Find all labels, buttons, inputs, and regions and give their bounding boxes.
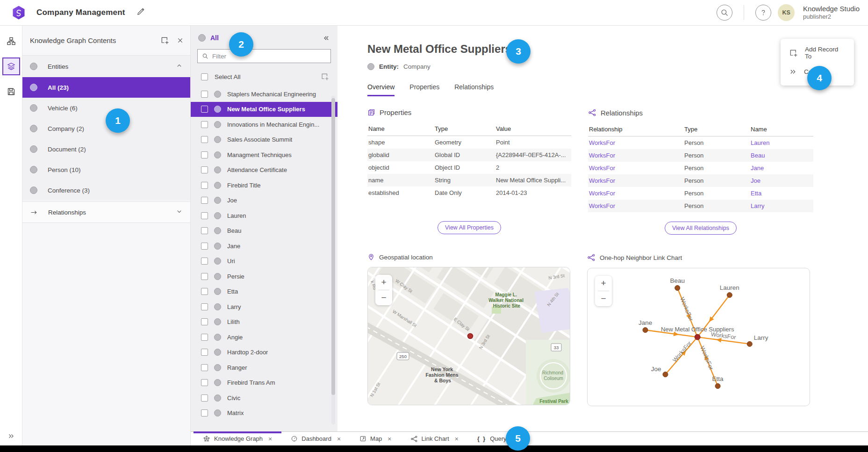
list-item[interactable]: Lauren bbox=[191, 208, 337, 223]
view-tab-knowledge-graph[interactable]: Knowledge Graph× bbox=[194, 432, 281, 445]
tab-overview[interactable]: Overview bbox=[367, 83, 395, 96]
list-item[interactable]: Larry bbox=[191, 299, 337, 315]
record-link[interactable]: WorksFor bbox=[588, 200, 683, 212]
add-record-icon[interactable] bbox=[160, 36, 169, 45]
entity-type-row[interactable]: Person (10) bbox=[22, 159, 190, 180]
item-checkbox[interactable] bbox=[201, 395, 208, 402]
item-checkbox[interactable] bbox=[201, 334, 208, 341]
view-tab-map[interactable]: Map× bbox=[350, 432, 401, 445]
help-button[interactable] bbox=[755, 5, 771, 21]
view-all-relationships-button[interactable]: View All Relationships bbox=[665, 222, 737, 235]
view-tab-dashboard[interactable]: Dashboard× bbox=[281, 432, 350, 445]
view-tab-link-chart[interactable]: Link Chart× bbox=[401, 432, 468, 445]
graph-node[interactable] bbox=[663, 372, 668, 377]
record-link[interactable]: Larry bbox=[750, 200, 813, 212]
list-item[interactable]: Lilith bbox=[191, 315, 337, 330]
chevron-up-icon[interactable] bbox=[176, 62, 183, 71]
table-row[interactable]: WorksForPersonJoe bbox=[588, 174, 813, 187]
item-checkbox[interactable] bbox=[201, 303, 208, 310]
table-row[interactable]: objectidObject ID2 bbox=[367, 161, 571, 174]
item-checkbox[interactable] bbox=[201, 288, 208, 295]
list-item[interactable]: Angie bbox=[191, 330, 337, 345]
item-checkbox[interactable] bbox=[201, 197, 208, 204]
item-checkbox[interactable] bbox=[201, 379, 208, 386]
entity-type-row[interactable]: Document (2) bbox=[22, 139, 190, 159]
table-row[interactable]: establishedDate Only2014-01-23 bbox=[367, 187, 571, 199]
map-card[interactable]: + − bbox=[367, 267, 570, 405]
item-checkbox[interactable] bbox=[201, 91, 208, 98]
item-checkbox[interactable] bbox=[201, 364, 208, 371]
avatar[interactable]: KS bbox=[778, 4, 795, 21]
record-link[interactable]: WorksFor bbox=[588, 162, 683, 174]
entity-type-row[interactable]: All (23) bbox=[22, 77, 190, 98]
search-button[interactable] bbox=[717, 5, 732, 21]
graph-node[interactable] bbox=[715, 383, 720, 388]
record-link[interactable]: Joe bbox=[750, 174, 813, 187]
item-checkbox[interactable] bbox=[201, 227, 208, 234]
add-record-icon[interactable] bbox=[321, 72, 329, 81]
list-item[interactable]: New Metal Office Suppliers bbox=[191, 102, 337, 117]
close-tab-icon[interactable]: × bbox=[387, 435, 391, 443]
zoom-out-button[interactable]: − bbox=[595, 291, 612, 306]
record-link[interactable]: WorksFor bbox=[588, 149, 683, 162]
tab-relationships[interactable]: Relationships bbox=[454, 83, 494, 96]
table-row[interactable]: WorksForPersonLarry bbox=[588, 200, 813, 212]
record-link[interactable]: Beau bbox=[750, 149, 813, 162]
graph-node[interactable] bbox=[727, 293, 732, 298]
list-item[interactable]: Managment Techniques bbox=[191, 147, 337, 163]
list-item[interactable]: Etta bbox=[191, 284, 337, 300]
list-item[interactable]: Staplers Mechanical Engineering bbox=[191, 86, 337, 102]
list-item[interactable]: Matrix bbox=[191, 406, 337, 421]
filter-input[interactable] bbox=[212, 53, 320, 60]
graph-node[interactable] bbox=[747, 341, 752, 346]
item-checkbox[interactable] bbox=[201, 318, 208, 325]
graph-node[interactable] bbox=[675, 286, 680, 291]
item-checkbox[interactable] bbox=[201, 243, 208, 250]
scrollbar-track[interactable] bbox=[331, 96, 335, 424]
entity-type-row[interactable]: Conference (3) bbox=[22, 180, 190, 201]
close-tab-icon[interactable]: × bbox=[337, 435, 341, 443]
user-block[interactable]: Knowledge Studio publisher2 bbox=[803, 5, 860, 21]
item-checkbox[interactable] bbox=[201, 409, 208, 416]
close-tab-icon[interactable]: × bbox=[268, 435, 272, 443]
table-row[interactable]: WorksForPersonEtta bbox=[588, 187, 813, 200]
list-item[interactable]: Innovations in Mechanical Engin... bbox=[191, 117, 337, 132]
record-link[interactable]: Lauren bbox=[750, 136, 813, 150]
link-chart-card[interactable]: + − WorksForBeauLaurenJaneWorksForLarryW… bbox=[587, 268, 810, 406]
list-item[interactable]: Persie bbox=[191, 269, 337, 284]
data-model-button[interactable] bbox=[2, 32, 20, 50]
item-checkbox[interactable] bbox=[201, 136, 208, 143]
table-row[interactable]: WorksForPersonJane bbox=[588, 162, 813, 174]
item-checkbox[interactable] bbox=[201, 349, 208, 356]
item-checkbox[interactable] bbox=[201, 182, 208, 189]
save-button[interactable] bbox=[2, 83, 20, 100]
record-link[interactable]: WorksFor bbox=[588, 136, 683, 150]
relationships-section-header[interactable]: Relationships bbox=[22, 201, 190, 223]
close-tab-icon[interactable]: × bbox=[455, 435, 459, 443]
list-item[interactable]: Hardtop 2-door bbox=[191, 345, 337, 360]
zoom-in-button[interactable]: + bbox=[375, 275, 392, 290]
list-item[interactable]: Firebird Trans Am bbox=[191, 375, 337, 391]
record-link[interactable]: Jane bbox=[750, 162, 813, 174]
list-item[interactable]: Civic bbox=[191, 390, 337, 406]
list-item[interactable]: Ranger bbox=[191, 360, 337, 375]
tab-properties[interactable]: Properties bbox=[409, 83, 439, 96]
item-checkbox[interactable] bbox=[201, 166, 208, 173]
list-item[interactable]: Joe bbox=[191, 193, 337, 208]
item-checkbox[interactable] bbox=[201, 212, 208, 219]
record-link[interactable]: WorksFor bbox=[588, 187, 683, 200]
zoom-in-button[interactable]: + bbox=[595, 276, 612, 291]
close-panel-icon[interactable] bbox=[177, 37, 184, 44]
zoom-out-button[interactable]: − bbox=[375, 290, 392, 305]
view-all-properties-button[interactable]: View All Properties bbox=[438, 221, 501, 234]
item-checkbox[interactable] bbox=[201, 258, 208, 265]
scrollbar-thumb[interactable] bbox=[331, 98, 335, 395]
record-link[interactable]: Etta bbox=[750, 187, 813, 200]
chevron-down-icon[interactable] bbox=[176, 208, 183, 216]
collapse-panel-icon[interactable] bbox=[322, 34, 330, 42]
table-row[interactable]: nameStringNew Metal Office Suppli... bbox=[367, 174, 571, 187]
edit-title-icon[interactable] bbox=[136, 7, 145, 18]
table-row[interactable]: shapeGeometryPoint bbox=[367, 136, 571, 149]
center-node[interactable] bbox=[695, 334, 700, 340]
list-item[interactable]: Uri bbox=[191, 254, 337, 269]
